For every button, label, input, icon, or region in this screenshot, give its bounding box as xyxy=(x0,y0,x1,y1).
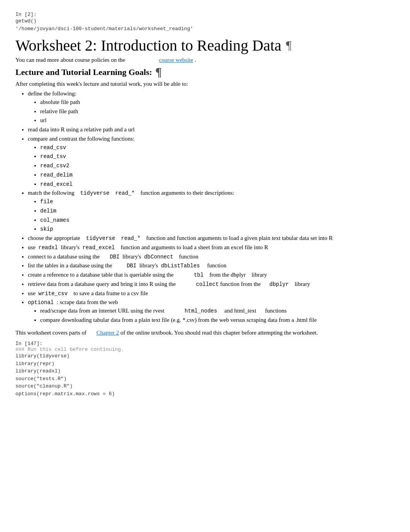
textbook-after: of the online textbook. You should read … xyxy=(120,330,318,336)
list-item: read/scrape data from an internet URL us… xyxy=(40,307,395,315)
in-label-2: In [2]: xyxy=(15,12,395,17)
learning-goals-pilcrow[interactable]: ¶ xyxy=(155,65,162,79)
list-item: compare downloading tabular data from a … xyxy=(40,316,395,325)
title-pilcrow[interactable]: ¶ xyxy=(286,38,292,53)
list-item: read_csv2 xyxy=(40,161,395,170)
list-item: retrieve data from a database query and … xyxy=(28,280,395,289)
code-line-5: source("cleanup.R") xyxy=(15,382,395,390)
list-item: match the following tidyverse read_* fun… xyxy=(28,189,395,233)
list-item: url xyxy=(40,116,395,125)
code-block-147: In [147]: ### Run this cell before conti… xyxy=(15,341,395,398)
list-item: delim xyxy=(40,207,395,215)
in-label-147: In [147]: xyxy=(15,341,395,347)
list-item: absolute file path xyxy=(40,98,395,107)
list-item: compare and contrast the following funct… xyxy=(28,135,395,189)
chapter2-link[interactable]: Chapter 2 xyxy=(97,330,119,336)
intro-text-before: You can read more about course policies … xyxy=(15,57,125,63)
list-item: relative file path xyxy=(40,107,395,116)
code-comment: ### Run this cell before continuing. xyxy=(15,347,395,352)
top-code-block: In [2]: getwd() '/home/jovyan/dsci-100-s… xyxy=(15,12,395,32)
list-item: read data into R using a relative path a… xyxy=(28,126,395,134)
list-item: col_names xyxy=(40,216,395,224)
list-item: optional : scrape data from the web read… xyxy=(28,298,395,324)
after-heading-text: After completing this week's lecture and… xyxy=(15,81,395,87)
list-item: file xyxy=(40,197,395,206)
textbook-reference: This worksheet covers parts of Chapter 2… xyxy=(15,328,395,337)
code-line-3: library(readxl) xyxy=(15,367,395,375)
course-website-link[interactable]: course website xyxy=(159,57,193,63)
list-item: create a reference to a database table t… xyxy=(28,271,395,279)
learning-goals-list: define the following: absolute file path… xyxy=(28,90,395,325)
list-item: read_tsv xyxy=(40,152,395,161)
list-item: read_csv xyxy=(40,143,395,152)
code-line-6: options(repr.matrix.max.rows = 6) xyxy=(15,390,395,398)
list-item: connect to a database using the DBI libr… xyxy=(28,253,395,261)
code-line-4: source("tests.R") xyxy=(15,375,395,383)
list-item: list the tables in a database using the … xyxy=(28,262,395,270)
textbook-before: This worksheet covers parts of xyxy=(15,330,86,336)
code-line-2: library(repr) xyxy=(15,360,395,368)
learning-goals-heading: Lecture and Tutorial Learning Goals: ¶ xyxy=(15,65,395,79)
list-item: read_delim xyxy=(40,171,395,179)
code-line-1: library(tidyverse) xyxy=(15,352,395,360)
list-item: define the following: absolute file path… xyxy=(28,90,395,125)
intro-paragraph: You can read more about course policies … xyxy=(15,57,395,63)
list-item: use write_csv to save a data frame to a … xyxy=(28,289,395,298)
list-item: skip xyxy=(40,225,395,233)
intro-text-after: . xyxy=(195,57,196,63)
list-item: choose the appropriate tidyverse read_* … xyxy=(28,234,395,243)
getwd-call: getwd() xyxy=(15,17,395,25)
list-item: read_excel xyxy=(40,180,395,189)
list-item: use readxl library's read_excel function… xyxy=(28,243,395,252)
path-output: '/home/jovyan/dsci-100-student/materials… xyxy=(15,25,395,33)
page-title: Worksheet 2: Introduction to Reading Dat… xyxy=(15,36,395,54)
